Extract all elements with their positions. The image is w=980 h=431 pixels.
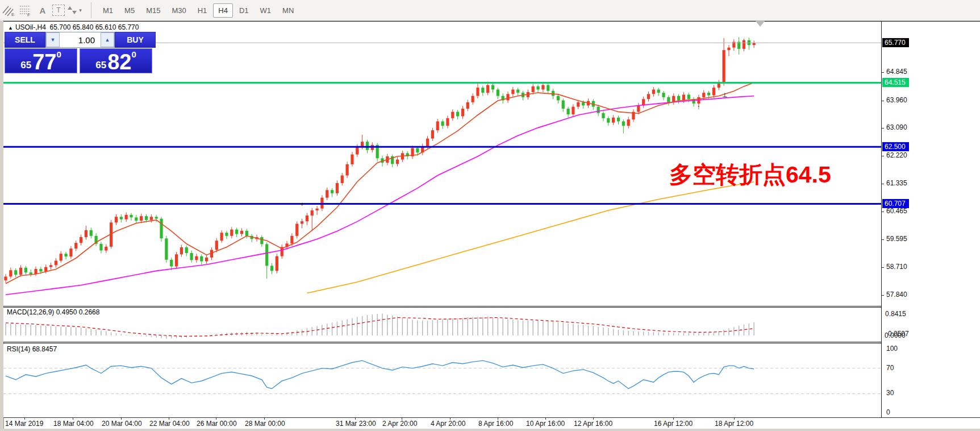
time-tick-mark (121, 417, 122, 420)
buy-button[interactable]: BUY (115, 32, 156, 48)
bull-candle (175, 254, 178, 266)
bear-candle (536, 86, 539, 90)
price-tick-label: 58.710 (886, 263, 907, 271)
time-axis-label: 18 Mar 04:00 (53, 420, 94, 428)
bull-candle (476, 88, 479, 96)
tf-m1[interactable]: M1 (98, 3, 118, 18)
rsi-subwindow[interactable] (3, 344, 881, 417)
fibonacci-icon[interactable]: F (18, 3, 33, 18)
bull-candle (49, 265, 52, 267)
time-axis-label: 12 Apr 16:00 (574, 420, 612, 428)
bear-candle (145, 216, 148, 220)
medium-ma-line (6, 96, 754, 295)
tf-d1[interactable]: D1 (234, 3, 254, 18)
bear-candle (165, 238, 168, 259)
axis-tick-mark (882, 267, 884, 268)
bull-candle (682, 94, 685, 100)
volume-input[interactable] (60, 32, 101, 47)
volume-box: ▼ ▲ (45, 32, 115, 48)
bull-candle (34, 269, 37, 274)
sell-button[interactable]: SELL (5, 32, 45, 48)
bear-candle (24, 268, 27, 272)
tf-m30[interactable]: M30 (166, 3, 191, 18)
bull-candle (396, 160, 399, 164)
bear-candle (155, 217, 158, 218)
bull-candle (727, 48, 730, 50)
tf-h1[interactable]: H1 (193, 3, 212, 18)
tf-h4-selected[interactable]: H4 (213, 3, 233, 18)
bear-candle (491, 85, 494, 90)
bear-candle (707, 93, 710, 95)
separator-line[interactable] (3, 306, 980, 306)
time-axis-label: 20 Mar 04:00 (102, 420, 142, 428)
bear-candle (14, 270, 17, 275)
tf-m15[interactable]: M15 (141, 3, 165, 18)
bear-candle (416, 148, 419, 152)
bear-candle (516, 89, 519, 93)
bear-candle (617, 118, 620, 122)
bull-candle (326, 190, 328, 197)
tf-w1[interactable]: W1 (255, 3, 277, 18)
bull-candle (140, 216, 143, 221)
bull-candle (105, 247, 107, 251)
bear-candle (64, 254, 67, 256)
axis-tick-mark (882, 101, 884, 101)
price-tick-label: 61.335 (886, 179, 907, 187)
volume-decrease-button[interactable]: ▼ (46, 32, 60, 47)
fast-ma-line (6, 82, 754, 284)
macd-axis-label: 0.0000 (885, 331, 906, 339)
bear-candle (99, 244, 102, 251)
time-axis-label: 31 Mar 23:00 (336, 420, 376, 428)
bull-candle (85, 230, 87, 237)
chart-annotation-text: 多空转折点64.5 (669, 159, 831, 190)
volume-increase-button[interactable]: ▲ (101, 32, 114, 47)
time-axis-label: 22 Mar 04:00 (149, 420, 190, 428)
text-label-icon[interactable]: A (35, 3, 50, 18)
bull-candle (9, 270, 12, 276)
bear-candle (597, 107, 600, 113)
time-tick-mark (673, 417, 674, 420)
arrows-icon[interactable]: ▾ (67, 3, 82, 18)
bear-candle (562, 101, 565, 109)
equidistant-channel-icon[interactable]: E (1, 3, 16, 18)
rsi-axis-label: 0 (886, 408, 890, 416)
collapse-arrow-icon[interactable]: ▲ (8, 25, 13, 31)
bull-candle (712, 88, 715, 95)
axis-tick-mark (882, 212, 884, 212)
bear-candle (225, 233, 228, 236)
price-axis[interactable]: 64.84563.96063.09062.22061.33560.46559.5… (881, 22, 980, 417)
sell-price-big: 77 (32, 53, 56, 71)
macd-subwindow[interactable] (3, 308, 881, 342)
bear-candle (200, 256, 203, 262)
sell-price-panel[interactable]: 65 77 0 (5, 48, 77, 73)
time-tick-mark (24, 417, 25, 420)
tf-m5[interactable]: M5 (119, 3, 140, 18)
bull-candle (612, 118, 615, 123)
bull-candle (180, 247, 183, 254)
bear-candle (130, 215, 132, 217)
time-tick-mark (73, 417, 73, 420)
bull-candle (230, 230, 233, 236)
price-level-badge: 62.500 (882, 142, 909, 151)
time-axis-label: 2 Apr 20:00 (382, 420, 417, 428)
price-level-badge: 64.515 (882, 78, 909, 87)
chart-title: ▲USOil-,H4 65.700 65.840 65.610 65.770 (8, 23, 139, 31)
bear-candle (657, 89, 660, 93)
bear-candle (557, 96, 560, 101)
tf-mn[interactable]: MN (277, 3, 299, 18)
separator-line[interactable] (3, 343, 980, 343)
dropdown-caret-icon[interactable]: ▾ (79, 7, 82, 13)
axis-tick-mark (882, 72, 884, 73)
buy-price-panel[interactable]: 65 82 0 (80, 48, 152, 73)
bull-candle (290, 236, 293, 243)
axis-tick-mark (882, 184, 884, 184)
bear-candle (90, 230, 93, 236)
time-axis-label: 26 Mar 00:00 (197, 420, 237, 428)
ohlc-readout: 65.700 65.840 65.610 65.770 (50, 23, 139, 31)
chart-shift-marker-icon[interactable] (756, 21, 765, 27)
separator-line[interactable] (3, 342, 980, 342)
sell-price-small: 65 (20, 60, 31, 71)
time-axis-label: 8 Apr 16:00 (478, 420, 513, 428)
time-axis-label: 4 Apr 20:00 (431, 420, 465, 428)
text-box-icon[interactable]: T (52, 5, 65, 16)
